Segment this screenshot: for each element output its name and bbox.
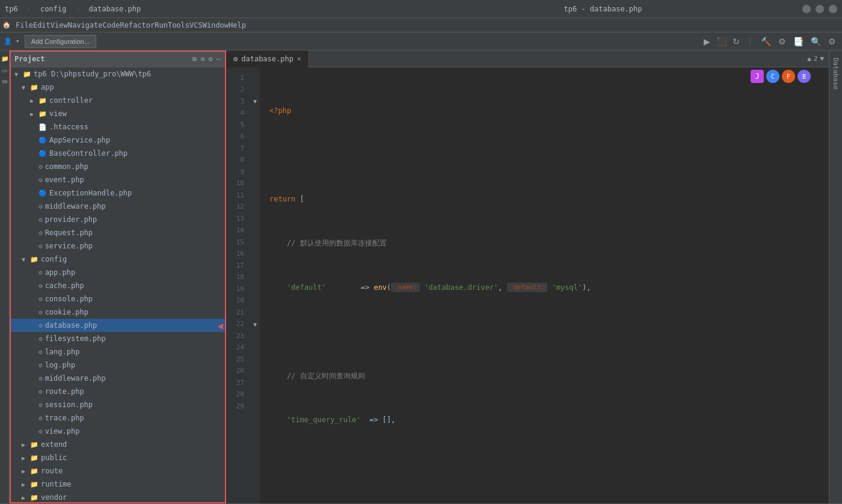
menu-tools[interactable]: Tools — [168, 21, 189, 29]
fold-23[interactable]: ▼ — [253, 319, 257, 331]
ln-2: 2 — [229, 84, 248, 96]
tree-runtime[interactable]: ▶ 📁 runtime — [10, 478, 226, 491]
appservice-icon: 🔵 — [38, 137, 47, 144]
editor-area: ⚙ database.php ✕ ▲ 2 ▼ 1 2 3 4 5 6 7 8 — [226, 51, 829, 503]
profile-dropdown-icon[interactable]: ▾ — [16, 37, 20, 45]
tree-public[interactable]: ▶ 📁 public — [10, 451, 226, 464]
view-folder-icon: 📁 — [38, 110, 47, 118]
tree-middleware[interactable]: ▶ ⚙ middleware.php — [10, 372, 226, 385]
tree-app-php[interactable]: ▶ ⚙ app.php — [10, 266, 226, 279]
ln-17: 17 — [229, 260, 248, 272]
tree-route-dir[interactable]: ▶ 📁 route — [10, 464, 226, 478]
breadcrumb-count: ▲ — [807, 55, 811, 63]
menu-edit[interactable]: Edit — [33, 21, 51, 29]
search-button[interactable]: 🔍 — [808, 35, 823, 48]
tree-request[interactable]: ▶ ⚙ Request.php — [10, 226, 226, 239]
ln-14: 14 — [229, 225, 248, 237]
left-sidebar-icons: 📁 S B — [0, 51, 10, 503]
tree-app[interactable]: ▼ 📁 app — [10, 81, 226, 94]
menu-code[interactable]: Code — [103, 21, 120, 29]
stop-button[interactable]: ⬛ — [714, 35, 729, 48]
menu-file[interactable]: File — [16, 21, 33, 29]
tree-log[interactable]: ▶ ⚙ log.php — [10, 358, 226, 372]
editor-tab-database[interactable]: ⚙ database.php ✕ — [226, 51, 309, 67]
runtime-folder-icon: 📁 — [30, 481, 38, 488]
database-sidebar-label[interactable]: Database — [832, 58, 840, 90]
title-left: tp6 › config › database.php — [5, 5, 404, 13]
ln-24: 24 — [229, 342, 248, 354]
fold-22[interactable]: ▼ — [253, 96, 257, 108]
add-configuration-button[interactable]: Add Configuration... — [25, 35, 96, 48]
public-folder-icon: 📁 — [30, 454, 38, 462]
tree-controller[interactable]: ▶ 📁 controller — [10, 94, 226, 107]
menu-vcs[interactable]: VCS — [189, 21, 203, 29]
gear-button[interactable]: ⚙ — [826, 35, 838, 48]
run-button[interactable]: ▶ — [701, 35, 713, 48]
panel-icon-settings[interactable]: ⚙ — [209, 55, 213, 63]
menu-run[interactable]: Run — [155, 21, 168, 29]
panel-icon-layout[interactable]: ⊞ — [192, 55, 197, 63]
ln-16: 16 — [229, 248, 248, 260]
jetbrains-icon[interactable]: J — [751, 70, 764, 83]
tree-htaccess[interactable]: ▶ 📄 .htaccess — [10, 120, 226, 134]
tree-lang[interactable]: ▶ ⚙ lang.php — [10, 345, 226, 358]
tab-close-button[interactable]: ✕ — [297, 55, 301, 63]
tree-middleware-app[interactable]: ▶ ⚙ middleware.php — [10, 200, 226, 213]
tree-provider[interactable]: ▶ ⚙ provider.php — [10, 213, 226, 226]
tree-common[interactable]: ▶ ⚙ common.php — [10, 160, 226, 173]
build-button[interactable]: 🔨 — [758, 35, 773, 48]
tree-route[interactable]: ▶ ⚙ route.php — [10, 385, 226, 398]
right-sidebar: Database — [829, 51, 842, 503]
structure-icon[interactable]: S — [0, 67, 9, 75]
line-numbers: 1 2 3 4 5 6 7 8 9 10 11 12 13 14 15 16 1… — [226, 67, 250, 503]
reload-button[interactable]: ↻ — [730, 35, 742, 48]
tree-trace[interactable]: ▶ ⚙ trace.php — [10, 411, 226, 425]
code-line-2 — [269, 149, 829, 161]
settings-button[interactable]: ⚙ — [776, 35, 788, 48]
tree-extend[interactable]: ▶ 📁 extend — [10, 438, 226, 451]
ln-6: 6 — [229, 131, 248, 143]
close-button[interactable]: ✕ — [829, 5, 837, 13]
panel-icon-collapse[interactable]: ≡ — [200, 55, 204, 63]
ln-21: 21 — [229, 307, 248, 319]
tree-config[interactable]: ▼ 📁 config — [10, 253, 226, 266]
htaccess-icon: 📄 — [38, 123, 47, 131]
tree-root[interactable]: ▼ 📁 tp6 D:\phpstudy_pro\WWW\tp6 — [10, 67, 226, 81]
menu-navigate[interactable]: Navigate — [68, 21, 103, 29]
code-line-9 — [269, 458, 829, 470]
breadcrumb-file: database.php — [89, 5, 141, 13]
tree-event[interactable]: ▶ ⚙ event.php — [10, 173, 226, 186]
tree-vendor[interactable]: ▶ 📁 vendor — [10, 491, 226, 503]
tree-exceptionhandle[interactable]: ▶ 🔵 ExceptionHandle.php — [10, 186, 226, 200]
firefox-icon[interactable]: F — [782, 70, 795, 83]
tree-cache[interactable]: ▶ ⚙ cache.php — [10, 279, 226, 292]
profile-icon[interactable]: 👤 — [4, 37, 12, 45]
tree-console[interactable]: ▶ ⚙ console.php — [10, 292, 226, 306]
bookmarks-icon[interactable]: B — [0, 78, 9, 86]
file-tree: ▼ 📁 tp6 D:\phpstudy_pro\WWW\tp6 ▼ 📁 app … — [10, 67, 226, 503]
chrome-icon[interactable]: C — [766, 70, 779, 83]
project-panel-header: Project ⊞ ≡ ⚙ — — [10, 51, 226, 67]
tree-view[interactable]: ▶ 📁 view — [10, 107, 226, 120]
bookmark-button[interactable]: 📑 — [791, 35, 806, 48]
tree-service[interactable]: ▶ ⚙ service.php — [10, 239, 226, 253]
tree-filesystem[interactable]: ▶ ⚙ filesystem.php — [10, 332, 226, 345]
minimize-button[interactable]: ─ — [802, 5, 811, 13]
menu-refactor[interactable]: Refactor — [120, 21, 155, 29]
panel-icon-minimize[interactable]: — — [217, 55, 221, 63]
tree-view-php[interactable]: ▶ ⚙ view.php — [10, 425, 226, 438]
brave-icon[interactable]: B — [797, 70, 811, 83]
plugin-icons-bar: J C F B — [751, 70, 811, 83]
tree-appservice[interactable]: ▶ 🔵 AppService.php — [10, 134, 226, 147]
tree-cookie[interactable]: ▶ ⚙ cookie.php — [10, 306, 226, 319]
tree-session[interactable]: ▶ ⚙ session.php — [10, 398, 226, 411]
code-content[interactable]: <?php return [ // 默认使用的数据库连接配置 'default' — [260, 67, 829, 503]
tree-basecontroller[interactable]: ▶ 🔵 BaseController.php — [10, 147, 226, 160]
menu-help[interactable]: Help — [229, 21, 246, 29]
tree-database[interactable]: ▶ ⚙ database.php ◀ — [10, 319, 226, 332]
menu-view[interactable]: View — [51, 21, 68, 29]
project-icon[interactable]: 📁 — [0, 53, 10, 64]
menu-window[interactable]: Window — [203, 21, 229, 29]
maximize-button[interactable]: □ — [816, 5, 824, 13]
ln-1: 1 — [229, 72, 248, 84]
